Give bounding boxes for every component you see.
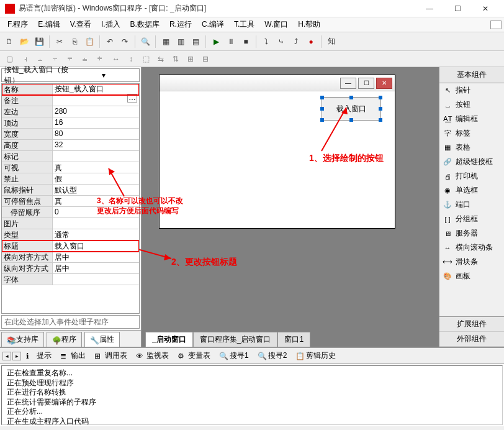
output-text[interactable]: 正在检查重复名称...正在预处理现行程序正在进行名称转换正在统计需要编译的子程序… [1,365,503,425]
align-left-icon[interactable]: ⫞ [19,53,32,65]
space-h-icon[interactable]: ⇆ [154,53,168,65]
find-icon[interactable]: 🔍 [138,35,152,48]
tab-search1[interactable]: 🔍搜寻1 [215,349,253,362]
tab-window1[interactable]: 窗口1 [277,332,310,347]
breakpoint-icon[interactable]: ● [304,35,318,48]
prop-row-15[interactable]: 横向对齐方式居中 [2,252,139,263]
menu-help[interactable]: H.帮助 [293,18,325,31]
form-close-icon[interactable]: ✕ [376,78,392,89]
layout3-icon[interactable]: ▤ [189,35,202,48]
cut-icon[interactable]: ✂ [53,35,66,48]
component-selector[interactable]: 按钮_载入窗口（按钮） ▾ [1,68,140,82]
palette-item-6[interactable]: 🖨打印机 [439,169,504,183]
prop-value[interactable] [53,218,139,229]
minimize-button[interactable]: — [416,1,443,16]
align-middle-icon[interactable]: ⫨ [78,53,92,65]
tab-prev-icon[interactable]: ◂ [2,352,11,360]
prop-row-8[interactable]: 禁止假 [2,173,139,185]
form-designer[interactable]: — ☐ ✕ 载入窗口 [159,75,395,229]
prop-row-16[interactable]: 纵向对齐方式居中 [2,263,139,274]
prop-row-0[interactable]: 名称… [2,84,139,95]
tab-output[interactable]: ≣输出 [56,349,89,362]
palette-tab-external[interactable]: 外部组件 [439,332,504,347]
menu-compile[interactable]: C.编译 [197,18,229,31]
prop-value[interactable]: 真 [53,196,139,206]
palette-item-4[interactable]: ▦表格 [439,140,504,155]
chevron-down-icon[interactable]: ▾ [71,71,137,80]
ellipsis-button[interactable]: … [127,94,137,103]
prop-row-11[interactable]: 停留顺序0 [2,207,139,218]
palette-tab-extended[interactable]: 扩展组件 [439,317,504,332]
align-bottom-icon[interactable]: ⫩ [93,53,107,65]
palette-item-7[interactable]: ◉单选框 [439,183,504,198]
tab-calltable[interactable]: ⊞调用表 [91,349,131,362]
redo-icon[interactable]: ↷ [118,35,132,48]
palette-item-2[interactable]: A͟T编辑框 [439,112,504,126]
prop-row-10[interactable]: 可停留焦点真 [2,196,139,207]
resize-handle-sw[interactable] [320,118,324,122]
menu-window[interactable]: W.窗口 [259,18,293,31]
palette-item-10[interactable]: 🖥服务器 [439,226,504,240]
prop-input[interactable] [55,85,137,94]
property-grid[interactable]: 名称…备注左边280顶边16宽度80高度32标记可视真禁止假鼠标指针默认型可停留… [1,83,140,314]
stop-icon[interactable]: ■ [239,35,253,48]
prop-value[interactable]: 默认型 [53,185,139,195]
prop-row-1[interactable]: 备注 [2,95,139,106]
space-v-icon[interactable]: ⇅ [169,53,182,65]
menu-edit[interactable]: E.编辑 [33,18,65,31]
copy-icon[interactable]: ⎘ [68,35,81,48]
prop-value[interactable]: … [53,84,139,94]
palette-item-0[interactable]: ↖指针 [439,83,504,98]
same-height-icon[interactable]: ↕ [124,53,138,65]
prop-row-9[interactable]: 鼠标指针默认型 [2,185,139,196]
prop-value[interactable]: 通常 [53,229,139,240]
prop-row-6[interactable]: 标记 [2,151,139,162]
new-icon[interactable]: 🗋 [2,35,16,48]
palette-item-9[interactable]: [ ]分组框 [439,212,504,226]
tab-startup-window[interactable]: _启动窗口 [145,332,193,347]
palette-item-13[interactable]: 🎨画板 [439,269,504,283]
tab-next-icon[interactable]: ▸ [12,352,21,360]
resize-handle-s[interactable] [349,118,353,122]
menu-run[interactable]: R.运行 [164,18,197,31]
tab-vars[interactable]: ⚙变量表 [174,349,214,362]
resize-handle-ne[interactable] [379,96,382,99]
prop-row-7[interactable]: 可视真 [2,162,139,173]
step-into-icon[interactable]: ⤷ [274,35,288,48]
close-button[interactable]: ✕ [472,1,499,16]
prop-row-17[interactable]: 字体 [2,274,139,285]
prop-value[interactable]: 80 [53,129,139,139]
save-icon[interactable]: 💾 [32,35,46,48]
prop-row-13[interactable]: 类型通常 [2,229,139,240]
palette-item-8[interactable]: ⚓端口 [439,198,504,212]
prop-row-14[interactable]: 标题载入窗口 [2,240,139,252]
designed-button[interactable]: 载入窗口 [322,97,381,121]
palette-item-12[interactable]: ⟷滑块条 [439,255,504,269]
prop-value[interactable]: 居中 [53,263,139,273]
resize-handle-e[interactable] [379,107,382,111]
maximize-button[interactable]: ☐ [444,1,471,16]
run-icon[interactable]: ▶ [209,35,223,48]
open-icon[interactable]: 📂 [17,35,31,48]
mdi-restore-icon[interactable] [490,21,502,29]
prop-row-4[interactable]: 宽度80 [2,129,139,140]
prop-value[interactable] [53,151,139,162]
palette-item-1[interactable]: ⎵按钮 [439,98,504,112]
pause-icon[interactable]: ⏸ [224,35,238,48]
resize-handle-se[interactable] [379,118,382,122]
prop-value[interactable]: 真 [53,162,139,173]
align-window-icon[interactable]: ▢ [2,53,16,65]
prop-row-12[interactable]: 图片 [2,218,139,229]
prop-value[interactable] [53,95,139,106]
align-center-h-icon[interactable]: ⫠ [34,53,47,65]
menu-tools[interactable]: T.工具 [229,18,259,31]
prop-row-3[interactable]: 顶边16 [2,117,139,129]
resize-handle-nw[interactable] [320,96,324,99]
prop-value[interactable] [53,274,139,285]
step-over-icon[interactable]: ⤵ [259,35,273,48]
tab-properties[interactable]: 🔧属性 [84,332,120,347]
design-surface[interactable]: — ☐ ✕ 载入窗口 1、选择绘制的按钮 2、更改按钮标题 [142,67,439,347]
tab-hint[interactable]: ℹ提示 [22,349,55,362]
event-selector[interactable]: 在此处选择加入事件处理子程序 [1,315,140,329]
prop-value[interactable]: 居中 [53,252,139,262]
